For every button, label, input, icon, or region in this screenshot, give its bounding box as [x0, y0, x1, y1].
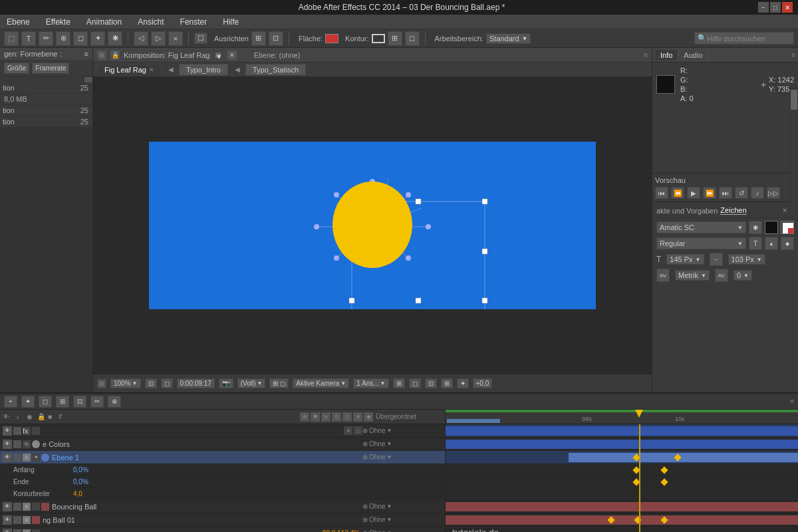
- tl-layer-row-1[interactable]: 👁 fx ⊕ ◻ ⊕ Ohne ▼: [0, 424, 445, 438]
- layer4-eye[interactable]: 👁: [3, 502, 12, 511]
- layer4-transform[interactable]: [32, 503, 40, 511]
- metrik-value-field[interactable]: 0 ▼: [733, 270, 752, 281]
- arbeitsbereich-value[interactable]: Standard ▼: [486, 33, 531, 44]
- tl-layer-row-6[interactable]: 👁 ⊙ ↔ ng 89,0,112,4% ⊕ Ohne ▼: [0, 527, 445, 532]
- ram-preview-btn[interactable]: ▷▷: [767, 187, 780, 199]
- layer1-eye[interactable]: 👁: [3, 426, 12, 436]
- layer5-sound[interactable]: [13, 516, 21, 524]
- font-size-field[interactable]: 145 Px ▼: [666, 254, 704, 265]
- next-frame-btn[interactable]: ⏩: [703, 187, 716, 199]
- font-color-white[interactable]: [781, 221, 794, 234]
- camera-icon[interactable]: 📷: [219, 378, 233, 388]
- menu-fenster[interactable]: Fenster: [176, 16, 211, 28]
- layer4-dropdown[interactable]: ▼: [386, 503, 392, 509]
- help-search[interactable]: 🔍 Hilfe durchsuchen: [694, 32, 794, 45]
- layer2-dropdown[interactable]: ▼: [386, 441, 392, 447]
- menu-animation[interactable]: Animation: [82, 16, 126, 28]
- style-icon3[interactable]: ◆: [781, 237, 794, 250]
- layer3-dots[interactable]: ⊙: [23, 454, 31, 462]
- style-icon2[interactable]: ▲: [765, 237, 778, 250]
- maximize-button[interactable]: □: [770, 2, 781, 13]
- layer2-fx[interactable]: fx: [23, 440, 31, 448]
- comp-lock-icon[interactable]: 🔒: [110, 51, 120, 60]
- quality-control[interactable]: (Voll) ▼: [237, 378, 266, 388]
- play-to-start-btn[interactable]: ⏮: [655, 187, 668, 199]
- time-display[interactable]: 0:00:09:17: [177, 378, 215, 388]
- layer1-ctrl1[interactable]: ⊕: [344, 426, 352, 435]
- layer4-dots[interactable]: ⊙: [23, 503, 31, 511]
- tl-puppet[interactable]: ✦: [21, 396, 35, 408]
- prev-frame-btn[interactable]: ⏪: [671, 187, 684, 199]
- layer6-sound[interactable]: [13, 529, 21, 533]
- menu-ansicht[interactable]: Ansicht: [134, 16, 168, 28]
- font-style-select[interactable]: Regular ▼: [656, 237, 746, 249]
- layer1-sound[interactable]: [13, 427, 21, 435]
- tool-pen[interactable]: ✏: [39, 31, 53, 46]
- tl-menu[interactable]: ≡: [790, 398, 794, 405]
- tab-close-figleaf[interactable]: ✕: [149, 66, 154, 73]
- layer1-dropdown[interactable]: ▼: [386, 428, 392, 434]
- scroll-thumb[interactable]: [791, 90, 797, 110]
- layer1-fx[interactable]: fx: [23, 427, 31, 435]
- layer3-transform[interactable]: ✦: [32, 454, 40, 462]
- layer6-scale[interactable]: ↔: [32, 529, 40, 533]
- tool-align[interactable]: ⊞: [251, 31, 266, 46]
- tab-audio[interactable]: Audio: [678, 50, 708, 61]
- view-extra3[interactable]: ⊡: [425, 378, 437, 388]
- layer5-dropdown[interactable]: ▼: [386, 517, 392, 523]
- pixel-control[interactable]: ◻: [161, 378, 173, 388]
- tl-new-comp[interactable]: +: [4, 396, 17, 408]
- toolbar-checkbox[interactable]: ☐: [194, 33, 207, 44]
- size-button[interactable]: Größe: [4, 63, 29, 74]
- view-extra4[interactable]: ⊞: [441, 378, 453, 388]
- frame-control[interactable]: ⊡: [145, 378, 157, 388]
- layer6-eye[interactable]: 👁: [3, 529, 12, 533]
- play-to-end-btn[interactable]: ⏭: [719, 187, 732, 199]
- tl-paint[interactable]: ✏: [90, 396, 104, 408]
- tool-view1[interactable]: ⊞: [388, 31, 402, 46]
- tool-view2[interactable]: ◻: [405, 31, 420, 46]
- tl-layer-row-4[interactable]: 👁 ⊙ Bouncing Ball ⊕ Ohne ▼: [0, 500, 445, 513]
- left-scrollbar[interactable]: [790, 88, 798, 221]
- tool-puppet[interactable]: ✦: [90, 31, 105, 46]
- tool-clone[interactable]: ⊕: [56, 31, 70, 46]
- tl-layer-row-3[interactable]: 👁 ⊙ ✦ Ebene 1 ⊕ Ohne ▼: [0, 451, 445, 464]
- font-eyedropper[interactable]: ✱: [749, 221, 762, 234]
- layer5-dots[interactable]: ⊙: [23, 516, 31, 524]
- panel-menu-icon[interactable]: ≡: [84, 50, 88, 58]
- layer4-sound[interactable]: [13, 503, 21, 511]
- tl-shape[interactable]: ⊞: [56, 396, 69, 408]
- composition-canvas[interactable]: [149, 142, 596, 309]
- view-count[interactable]: 1 Ans... ▼: [353, 378, 388, 388]
- layer1-transform[interactable]: [32, 427, 40, 435]
- layer2-eye[interactable]: 👁: [3, 440, 12, 449]
- comp-tab-typointro[interactable]: Typo_Intro: [179, 64, 228, 75]
- tl-extra1[interactable]: ⊕: [108, 396, 121, 408]
- flaeche-color[interactable]: [325, 34, 338, 43]
- comp-close-btn[interactable]: ✕: [227, 51, 237, 60]
- close-button[interactable]: ✕: [782, 2, 793, 13]
- comp-tab-figleaf[interactable]: Fig Leaf Rag ✕: [97, 64, 162, 75]
- tool-arrow2[interactable]: ▷: [151, 31, 166, 46]
- tool-text[interactable]: T: [21, 31, 36, 46]
- tracking-field[interactable]: 103 Px ▼: [728, 254, 765, 265]
- font-color-black[interactable]: [765, 221, 778, 234]
- zeichen-close[interactable]: ✕: [782, 207, 787, 214]
- layer5-eye[interactable]: 👁: [3, 515, 12, 525]
- framerate-button[interactable]: Framerate: [32, 63, 69, 74]
- audio-btn[interactable]: ♪: [751, 187, 764, 199]
- view-extra[interactable]: ⊞: [393, 378, 405, 388]
- view-extra2[interactable]: ◻: [409, 378, 421, 388]
- layer3-eye[interactable]: 👁: [3, 453, 12, 462]
- tool-select[interactable]: ⬚: [4, 31, 19, 46]
- menu-effekte[interactable]: Effekte: [42, 16, 74, 28]
- layer3-dropdown[interactable]: ▼: [386, 454, 392, 460]
- tool-arrow3[interactable]: ×: [168, 31, 183, 46]
- comp-dropdown-arrow[interactable]: ▼: [215, 53, 221, 58]
- style-icon1[interactable]: T: [749, 237, 762, 250]
- tl-track[interactable]: ⊡: [73, 396, 86, 408]
- menu-hilfe[interactable]: Hilfe: [219, 16, 243, 28]
- menu-ebene[interactable]: Ebene: [3, 16, 34, 28]
- comp-panel-menu[interactable]: ≡: [644, 51, 648, 59]
- tab-info[interactable]: Info: [655, 50, 678, 61]
